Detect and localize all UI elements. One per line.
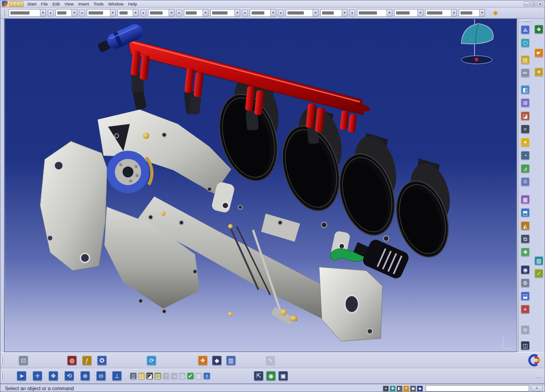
prop-control-render-more[interactable]: ▾ ▾ [176, 10, 182, 17]
chevron-down-icon[interactable]: ▾ [386, 10, 392, 16]
prop-control-render-style[interactable]: ▾ [148, 9, 174, 17]
tool-icon-design-table[interactable]: ✪ [97, 356, 107, 365]
3d-viewport[interactable] [4, 19, 517, 352]
window-button-close[interactable]: ✕ [537, 1, 543, 6]
tool-icon-custom-view[interactable]: ⬨ [203, 372, 210, 379]
tool-icon-perspective[interactable]: ◍ [179, 372, 186, 379]
prop-control-view-more[interactable]: ▾ ▾ [278, 10, 284, 17]
prop-control-units[interactable]: ▾ [320, 9, 347, 17]
chevron-down-icon[interactable]: ▾ [312, 10, 318, 16]
prop-control-power-copy[interactable]: ✱ ▾ [491, 9, 500, 17]
tool-icon-chamfer[interactable]: ⊿ [521, 164, 530, 173]
tool-icon-knowledge-advisor[interactable]: ❖ [198, 356, 208, 365]
tool-icon-hide-show[interactable]: ⇱ [254, 371, 263, 381]
prop-control-color-more[interactable]: ▾ ▾ [48, 10, 54, 17]
window-button-restore[interactable]: ❐ [530, 1, 536, 6]
command-history-button[interactable]: ≡ [531, 385, 543, 392]
tool-icon-rotate[interactable]: ⟲ [64, 371, 74, 381]
tool-icon-pan[interactable]: ✥ [49, 371, 58, 381]
prop-control-point-symbol[interactable]: ▾ [118, 9, 139, 17]
tool-icon-snap[interactable]: ✦ [535, 68, 543, 76]
tool-icon-fit-all-in[interactable]: ✛ [33, 371, 42, 381]
toolbar-grip[interactable] [3, 10, 5, 17]
tool-icon-pocket[interactable]: ▤ [521, 55, 530, 64]
tool-icon-assemble[interactable]: ❖ [535, 25, 543, 34]
chevron-down-icon[interactable]: ▾ [234, 10, 240, 16]
tool-icon-catalog[interactable]: ◫ [521, 341, 530, 350]
chevron-down-icon[interactable]: ▾ [110, 10, 115, 16]
tool-icon-fillet[interactable]: ⟐ [521, 177, 530, 186]
status-icon-workbench-box[interactable]: ▣ [410, 386, 416, 392]
tool-icon-zoom-out[interactable]: ⊖ [96, 371, 106, 381]
prop-control-filter-more[interactable]: ▾ ▾ [242, 10, 248, 17]
tool-icon-thread[interactable]: ⧉ [521, 235, 530, 243]
prop-control-axis-system[interactable]: ▾ [459, 9, 485, 17]
tool-icon-apply-view[interactable]: ✔ [187, 372, 194, 379]
menu-help[interactable]: Help [126, 0, 139, 7]
chevron-down-icon[interactable]: ▾ [168, 10, 174, 16]
menu-insert[interactable]: Insert [76, 0, 91, 7]
tool-icon-shading[interactable]: ▨ [138, 372, 145, 379]
chevron-down-icon[interactable]: ▾ [417, 10, 423, 16]
tool-icon-rib[interactable]: ◪ [521, 112, 530, 120]
tool-icon-groove[interactable]: ◧ [521, 85, 530, 94]
status-icon-pointer-target[interactable]: ⌖ [383, 386, 389, 392]
prop-control-line-type[interactable]: ▾ [87, 9, 116, 17]
menu-tools[interactable]: Tools [91, 0, 106, 7]
tool-icon-manipulate[interactable]: ☛ [535, 49, 543, 57]
tool-icon-pad[interactable]: ⬡ [521, 39, 530, 47]
tool-icon-normal-view[interactable]: ⊥ [112, 371, 122, 381]
tool-icon-shaft[interactable]: ✏ [521, 69, 530, 77]
menu-edit[interactable]: Edit [50, 0, 62, 7]
chevron-down-icon[interactable]: ▾ [342, 10, 347, 16]
tool-icon-rule[interactable]: ◆ [212, 356, 222, 365]
chevron-down-icon[interactable]: ▾ [479, 10, 485, 16]
prop-control-layer[interactable]: ▾ [184, 9, 208, 17]
prop-control-weight-more[interactable]: ▾ ▾ [79, 10, 85, 17]
tool-icon-update[interactable]: ✓ [535, 269, 543, 278]
tool-icon-fly-mode[interactable]: ➤ [17, 371, 26, 381]
tool-icon-measure[interactable]: ⌖ [521, 305, 530, 314]
tool-icon-multi-view[interactable]: ▦ [195, 372, 202, 379]
tool-icon-thickness[interactable]: ◭ [521, 221, 530, 230]
tool-icon-macro[interactable]: ⊡ [19, 356, 28, 365]
prop-control-scale[interactable]: ▾ [286, 9, 318, 17]
status-icon-compass-mini[interactable]: ◆ [417, 386, 423, 392]
toolbar-grip[interactable] [1, 357, 3, 364]
chevron-down-icon[interactable]: ▾ [270, 10, 276, 16]
tool-icon-isometric-view[interactable]: ▯ [130, 372, 137, 379]
tool-icon-wireframe[interactable]: ▧ [154, 372, 161, 379]
tool-icon-constraints[interactable]: ⊖ [521, 325, 530, 334]
menu-window[interactable]: Window [106, 0, 126, 7]
window-button-minimize[interactable]: – [524, 1, 530, 6]
prop-control-knowledge[interactable]: ▾ [425, 9, 457, 17]
tool-icon-full-screen[interactable]: ▣ [278, 371, 288, 381]
app-icon[interactable] [2, 1, 8, 7]
status-icon-half-section[interactable]: ◧ [396, 386, 402, 392]
tool-icon-mirror[interactable]: ◉ [521, 265, 530, 274]
tool-icon-check[interactable]: ▥ [226, 356, 236, 365]
tool-icon-hole[interactable]: ⊞ [521, 98, 530, 107]
prop-control-line-weight[interactable]: ▾ [55, 9, 77, 17]
status-icon-snap-to[interactable]: ✚ [390, 386, 396, 392]
menu-view[interactable]: View [62, 0, 76, 7]
prop-control-selection-set[interactable]: ▾ [394, 9, 423, 17]
tool-icon-zoom-in[interactable]: ⊕ [80, 371, 90, 381]
chevron-down-icon[interactable]: ▾ [451, 10, 456, 16]
tool-icon-slot[interactable]: ⌗ [521, 125, 530, 133]
tool-icon-pattern[interactable]: ⚙ [521, 279, 530, 287]
prop-control-units-more[interactable]: ▾ ▾ [349, 10, 355, 17]
tool-icon-quick-hlr[interactable]: ◑ [171, 372, 178, 379]
prop-control-symbol-more[interactable]: ▾ ▾ [140, 10, 146, 17]
tool-icon-shell[interactable]: ⬒ [521, 208, 530, 217]
prop-control-graphic-color[interactable]: ▾ [9, 9, 46, 17]
tool-icon-sketcher[interactable]: ⟁ [521, 25, 530, 34]
status-icon-highlight[interactable]: ✦ [403, 386, 409, 392]
chevron-down-icon[interactable]: ▾ [40, 10, 45, 16]
tool-icon-update-all[interactable]: ⟳ [147, 356, 156, 365]
tool-icon-boolean-add[interactable]: ✚ [521, 248, 530, 256]
tool-icon-scaling[interactable]: ⬓ [521, 292, 530, 300]
tool-icon-stiffener[interactable]: ✦ [521, 138, 530, 147]
tool-icon-loft[interactable]: ◔ [521, 151, 530, 160]
view-mode-chip[interactable]: ✓ [535, 371, 542, 377]
